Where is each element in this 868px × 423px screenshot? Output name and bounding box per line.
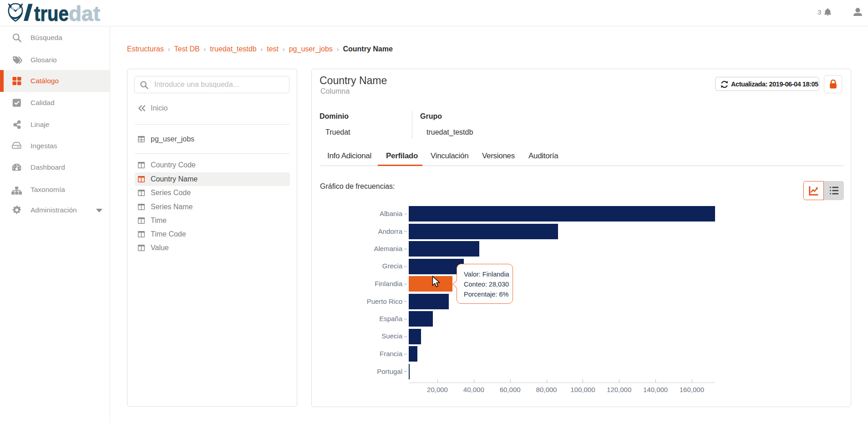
svg-text:truedat: truedat bbox=[34, 2, 100, 25]
